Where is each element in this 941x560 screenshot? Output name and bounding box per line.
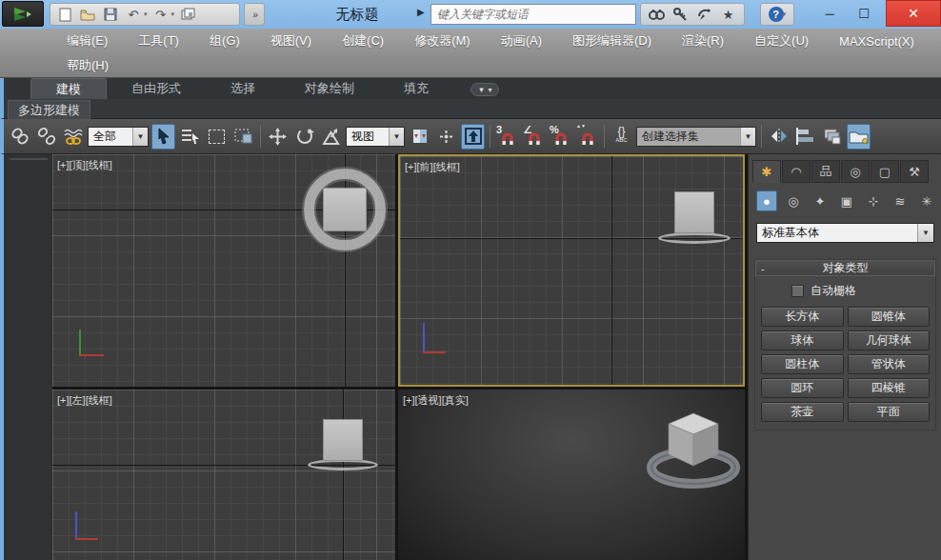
torus-object-front[interactable] [658, 232, 731, 244]
maximize-button[interactable]: ☐ [850, 0, 878, 27]
geosphere-button[interactable]: 几何球体 [848, 330, 931, 350]
tab-motion[interactable]: ◎ [841, 160, 870, 183]
box-object-top[interactable] [323, 188, 367, 231]
subtab-shapes[interactable]: ◎ [783, 190, 804, 211]
box-object-left[interactable] [323, 419, 363, 461]
ribbon-tab-modeling[interactable]: 建模 [30, 78, 107, 99]
viewport-front[interactable]: [+][前][线框] [398, 154, 745, 387]
select-and-link-button[interactable] [8, 124, 31, 150]
cylinder-button[interactable]: 圆柱体 [761, 354, 844, 374]
menu-group[interactable]: 组(G) [198, 30, 251, 52]
subtab-lights[interactable]: ✦ [810, 190, 831, 211]
search-binoculars-icon[interactable] [648, 5, 667, 24]
menu-edit[interactable]: 编辑(E) [55, 30, 119, 52]
rectangular-selection-region-button[interactable] [205, 124, 229, 150]
cone-button[interactable]: 圆锥体 [848, 307, 931, 327]
menu-maxscript[interactable]: MAXScript(X) [828, 31, 926, 51]
ribbon-tab-populate[interactable]: 填充 [379, 78, 453, 99]
select-and-move-button[interactable] [266, 124, 290, 150]
viewport-left[interactable]: [+][左][线框] [52, 390, 395, 560]
app-menu-button[interactable] [2, 1, 44, 27]
mirror-button[interactable] [767, 124, 791, 150]
tab-display[interactable]: ▢ [871, 160, 899, 183]
object-type-rollout-header[interactable]: - 对象类型 [755, 260, 935, 276]
search-flyout-arrow[interactable]: ▶ [417, 7, 425, 17]
window-crossing-toggle[interactable] [231, 124, 255, 150]
viewport-top-label[interactable]: [+][顶][线框] [57, 158, 112, 172]
sphere-button[interactable]: 球体 [761, 330, 844, 350]
percent-snap-toggle[interactable]: % [549, 124, 572, 150]
menu-customize[interactable]: 自定义(U) [743, 30, 820, 52]
box-object-front[interactable] [674, 191, 714, 233]
close-button[interactable]: ✕ [886, 0, 941, 27]
select-and-rotate-button[interactable] [292, 124, 316, 150]
reference-coordinate-dropdown[interactable]: 视图▼ [346, 127, 405, 147]
subtab-systems[interactable]: ✳ [916, 190, 937, 211]
minimize-button[interactable]: ─ [815, 0, 844, 27]
ribbon-tab-selection[interactable]: 选择 [206, 78, 280, 99]
unlink-selection-button[interactable] [34, 124, 58, 150]
menu-graph-editors[interactable]: 图形编辑器(D) [561, 30, 663, 52]
undo-dropdown-arrow[interactable]: ▾ [144, 10, 148, 18]
selection-filter-dropdown[interactable]: 全部▼ [88, 127, 149, 147]
primitive-category-dropdown[interactable]: 标准基本体 ▼ [756, 223, 934, 243]
undo-button[interactable]: ↶ [124, 6, 143, 23]
tab-utilities[interactable]: ⚒ [900, 160, 929, 183]
help-search-input[interactable] [430, 4, 636, 25]
teapot-button[interactable]: 茶壶 [761, 402, 844, 422]
menu-animation[interactable]: 动画(A) [490, 30, 553, 52]
menu-create[interactable]: 创建(C) [330, 30, 395, 52]
select-by-name-button[interactable] [178, 124, 202, 150]
toggle-ribbon-button[interactable] [847, 124, 871, 150]
subtab-geometry[interactable]: ● [756, 190, 777, 211]
help-button[interactable]: ? ▾ [760, 3, 794, 26]
layer-manager-button[interactable] [820, 124, 844, 150]
pyramid-button[interactable]: 四棱锥 [848, 378, 931, 398]
spinner-snap-toggle[interactable]: ▲▼ [575, 124, 599, 150]
save-button[interactable] [101, 6, 120, 23]
ribbon-tab-freeform[interactable]: 自由形式 [107, 78, 206, 99]
torus-button[interactable]: 圆环 [761, 378, 844, 398]
qat-overflow-button[interactable]: » [244, 3, 265, 26]
edit-named-selection-sets-button[interactable]: {}ABC [610, 124, 633, 150]
open-file-button[interactable] [78, 6, 97, 23]
ribbon-tab-object-paint[interactable]: 对象绘制 [280, 78, 379, 99]
named-selection-set-combo[interactable]: 创建选择集▼ [636, 127, 756, 147]
project-folder-button[interactable] [178, 6, 197, 23]
autogrid-checkbox[interactable] [791, 285, 804, 297]
menu-tools[interactable]: 工具(T) [127, 30, 190, 52]
help-dropdown-arrow[interactable]: ▾ [783, 10, 787, 18]
viewport-left-label[interactable]: [+][左][线框] [57, 393, 112, 408]
tab-create[interactable]: ✱ [752, 160, 781, 183]
box-torus-object-perspective[interactable] [638, 401, 745, 496]
select-and-scale-button[interactable] [319, 124, 343, 150]
bind-to-space-warp-button[interactable] [61, 124, 85, 150]
align-button[interactable] [793, 124, 817, 150]
ribbon-minimize-button[interactable]: ▼▾ [470, 83, 499, 96]
select-object-button[interactable] [151, 124, 175, 150]
menu-modifiers[interactable]: 修改器(M) [403, 30, 482, 52]
tab-modify[interactable]: ◠ [782, 160, 811, 183]
keyboard-shortcut-override-toggle[interactable] [461, 124, 485, 150]
subtab-spacewarps[interactable]: ≋ [890, 190, 911, 211]
new-file-button[interactable] [55, 6, 74, 23]
subtab-cameras[interactable]: ▣ [836, 190, 857, 211]
redo-button[interactable]: ↷ [151, 6, 170, 23]
subscription-key-icon[interactable] [671, 5, 691, 24]
tube-button[interactable]: 管状体 [848, 354, 931, 374]
tab-hierarchy[interactable]: 品 [811, 160, 840, 183]
viewport-top[interactable]: [+][顶][线框] [52, 154, 395, 387]
select-and-manipulate-button[interactable] [434, 124, 458, 150]
use-pivot-point-center-button[interactable] [408, 124, 431, 150]
angle-snap-toggle[interactable]: ∠ [522, 124, 546, 150]
communication-center-icon[interactable] [695, 5, 714, 24]
subtab-helpers[interactable]: ⊹ [863, 190, 884, 211]
menu-views[interactable]: 视图(V) [259, 30, 323, 52]
snaps-toggle-3d[interactable]: 3 [495, 124, 519, 150]
box-button[interactable]: 长方体 [761, 307, 844, 327]
menu-rendering[interactable]: 渲染(R) [671, 30, 735, 52]
plane-button[interactable]: 平面 [848, 402, 931, 422]
favorites-star-icon[interactable]: ★ [719, 5, 738, 24]
ribbon-panel-polygon-modeling[interactable]: 多边形建模 [8, 100, 90, 119]
viewport-perspective-label[interactable]: [+][透视][真实] [403, 393, 469, 408]
